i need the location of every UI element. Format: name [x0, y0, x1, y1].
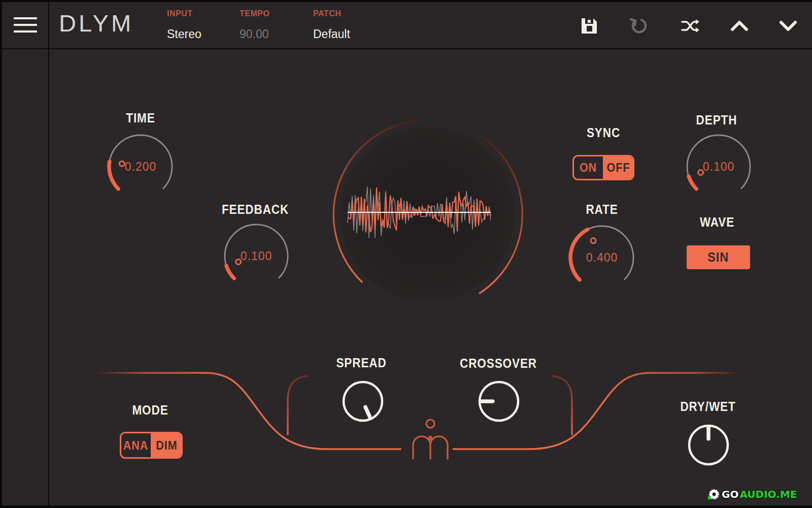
chevron-down-icon — [781, 22, 795, 29]
rate-label: RATE — [584, 202, 620, 217]
floppy-disk-icon — [582, 18, 597, 34]
knob-pointer — [365, 407, 370, 417]
drywet-knob[interactable] — [683, 420, 734, 470]
randomize-button[interactable] — [679, 15, 701, 37]
shuffle-icon — [682, 22, 696, 30]
input-value[interactable]: Stereo — [167, 27, 201, 41]
patch-value[interactable]: Default — [313, 27, 350, 41]
watermark-audio: AUDIO.ME — [739, 488, 797, 500]
mode-ana-option[interactable]: ANA — [121, 433, 151, 457]
watermark: GO AUDIO.ME — [707, 488, 797, 501]
spread-label: SPREAD — [333, 356, 389, 370]
depth-label: DEPTH — [694, 113, 739, 128]
patch-label: PATCH — [313, 9, 341, 18]
feedback-label: FEEDBACK — [218, 202, 293, 217]
tempo-label: TEMPO — [240, 9, 269, 18]
app-title: DLYM — [59, 9, 133, 37]
watermark-go: GO — [722, 488, 738, 500]
knob-value: 0.100 — [241, 249, 273, 263]
save-button[interactable] — [578, 15, 600, 37]
undo-button[interactable] — [628, 15, 651, 37]
time-label: TIME — [124, 111, 157, 125]
patch-next-button[interactable] — [777, 15, 799, 37]
header-bar: DLYM INPUT Stereo TEMPO 90.00 PATCH Defa… — [2, 2, 812, 48]
knob-position-dot — [591, 238, 596, 243]
chevron-up-icon — [732, 22, 747, 29]
knob-position-dot — [119, 161, 124, 166]
knob-value: 0.400 — [586, 251, 618, 264]
mode-toggle: ANA DIM — [120, 432, 183, 459]
wave-label: WAVE — [698, 215, 736, 230]
crossover-label: CROSSOVER — [456, 356, 542, 371]
tempo-value: 90.00 — [240, 27, 269, 41]
sync-off-option[interactable]: OFF — [603, 156, 633, 179]
mode-label: MODE — [130, 403, 171, 418]
sync-on-option[interactable]: ON — [574, 156, 603, 179]
knob-value: 0.200 — [125, 160, 157, 173]
hamburger-icon — [14, 17, 37, 19]
mode-dim-option[interactable]: DIM — [151, 433, 182, 457]
left-sidebar — [2, 49, 48, 505]
plugin-window: DLYM INPUT Stereo TEMPO 90.00 PATCH Defa… — [0, 0, 812, 508]
menu-button[interactable] — [12, 16, 39, 35]
sync-toggle: ON OFF — [572, 155, 634, 180]
time-knob[interactable]: 0.200 — [100, 126, 181, 207]
depth-knob[interactable]: 0.100 — [678, 126, 759, 207]
patch-previous-button[interactable] — [728, 15, 751, 37]
wave-select-button[interactable]: SIN — [687, 245, 750, 269]
spread-knob[interactable] — [337, 376, 388, 427]
knob-value: 0.100 — [703, 160, 735, 173]
undo-arrow-icon — [631, 19, 646, 32]
rate-knob[interactable]: 0.400 — [561, 217, 642, 298]
waveform-display — [341, 127, 515, 302]
drywet-label: DRY/WET — [677, 399, 738, 414]
starburst-icon — [707, 488, 721, 501]
input-label: INPUT — [167, 9, 193, 18]
crossover-knob[interactable] — [473, 376, 524, 427]
sync-label: SYNC — [585, 125, 622, 140]
feedback-knob[interactable]: 0.100 — [216, 215, 297, 297]
